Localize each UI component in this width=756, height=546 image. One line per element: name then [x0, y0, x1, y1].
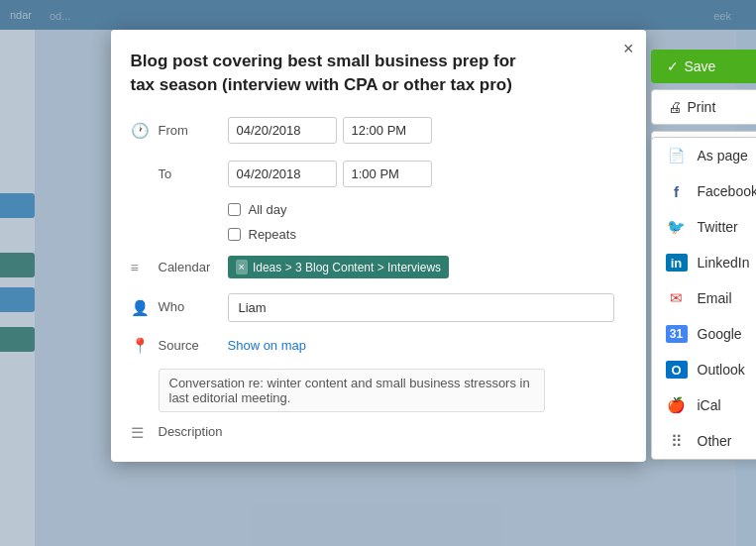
location-icon: 📍	[131, 337, 159, 355]
share-as-page[interactable]: 📄 As page	[652, 138, 757, 173]
source-row: 📍 Source Show on map Conversation re: wi…	[131, 337, 626, 412]
from-time-input[interactable]	[343, 117, 432, 144]
share-twitter[interactable]: 🐦 Twitter	[652, 209, 757, 245]
action-panel: ✓ Save 🖨 Print ⇗ Share ▾ 📄 As page	[651, 50, 757, 166]
person-icon: 👤	[131, 299, 159, 317]
tag-close-button[interactable]: ×	[236, 260, 248, 274]
source-text: Conversation re: winter content and smal…	[159, 369, 545, 412]
share-facebook[interactable]: f Facebook	[652, 173, 757, 209]
from-label: From	[159, 123, 228, 138]
to-date-input[interactable]	[228, 161, 337, 187]
share-ical[interactable]: 🍎 iCal	[652, 387, 757, 423]
ical-icon: 🍎	[666, 396, 688, 414]
description-icon: ☰	[131, 424, 159, 442]
page-icon: 📄	[666, 147, 688, 164]
who-row: 👤 Who	[131, 293, 626, 325]
clock-icon: 🕐	[131, 122, 159, 140]
close-button[interactable]: ×	[623, 40, 634, 57]
calendar-row: ≡ Calendar × Ideas > 3 Blog Content > In…	[131, 252, 626, 283]
allday-label: All day	[249, 202, 287, 217]
source-label: Source	[159, 338, 228, 353]
who-label: Who	[159, 299, 228, 314]
printer-icon: 🖨	[668, 99, 682, 115]
share-dropdown: 📄 As page f Facebook 🐦 Twitter in Linked…	[651, 137, 757, 460]
event-title: Blog post covering best small business p…	[131, 50, 557, 97]
description-label: Description	[159, 424, 228, 439]
share-google[interactable]: 31 Google	[652, 316, 757, 352]
email-icon: ✉	[666, 289, 688, 307]
facebook-icon: f	[666, 182, 688, 200]
linkedin-icon: in	[666, 254, 688, 272]
who-input[interactable]	[228, 293, 614, 322]
check-icon: ✓	[667, 58, 679, 74]
save-button[interactable]: ✓ Save	[651, 50, 757, 83]
repeats-row: Repeats	[228, 227, 626, 242]
allday-row: All day	[228, 202, 626, 217]
google-icon: 31	[666, 325, 688, 343]
calendar-tag: × Ideas > 3 Blog Content > Interviews	[228, 256, 450, 278]
twitter-icon: 🐦	[666, 218, 688, 236]
outlook-icon: O	[666, 361, 688, 379]
calendar-label: Calendar	[159, 260, 228, 274]
description-row: ☰ Description	[131, 424, 626, 442]
repeats-label: Repeats	[249, 227, 296, 242]
to-time-input[interactable]	[343, 161, 432, 187]
to-row: To	[131, 159, 626, 190]
share-other[interactable]: ⠿ Other	[652, 423, 757, 459]
calendar-icon: ≡	[131, 260, 159, 275]
share-email[interactable]: ✉ Email	[652, 280, 757, 316]
allday-checkbox[interactable]	[228, 203, 241, 216]
to-label: To	[159, 166, 228, 181]
other-icon: ⠿	[666, 432, 688, 450]
repeats-checkbox[interactable]	[228, 228, 241, 241]
show-on-map-link[interactable]: Show on map	[228, 338, 307, 353]
print-button[interactable]: 🖨 Print	[651, 89, 757, 125]
share-outlook[interactable]: O Outlook	[652, 352, 757, 387]
from-row: 🕐 From	[131, 115, 626, 147]
from-date-input[interactable]	[228, 117, 337, 144]
event-modal: × Blog post covering best small business…	[111, 30, 646, 462]
share-linkedin[interactable]: in LinkedIn	[652, 245, 757, 280]
